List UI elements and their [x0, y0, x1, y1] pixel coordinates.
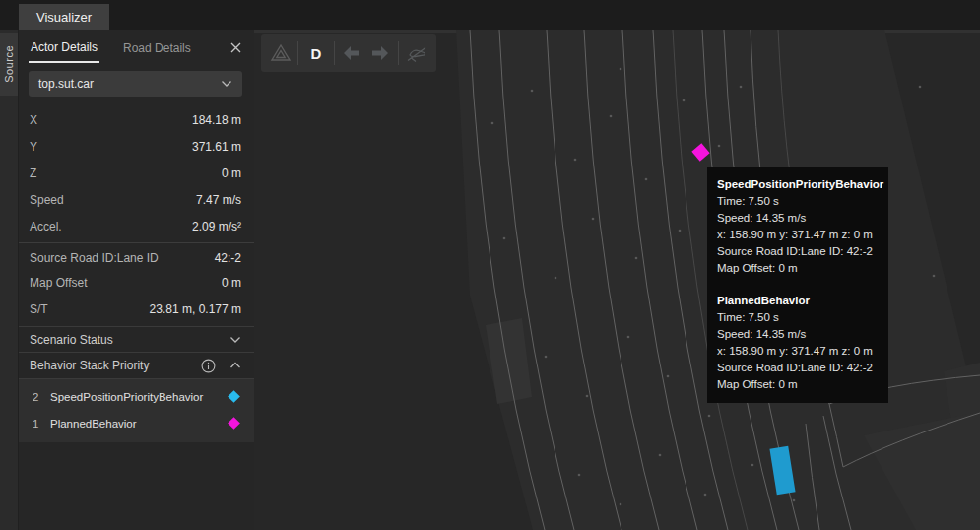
section-behavior-stack-label: Behavior Stack Priority: [30, 359, 149, 372]
step-back-button[interactable]: [340, 40, 362, 66]
row-accel-label: Accel.: [30, 220, 62, 233]
tooltip-title: SpeedPositionPriorityBehavior: [717, 176, 879, 193]
tab-road-details-label: Road Details: [123, 41, 191, 55]
arrow-right-icon: [370, 45, 390, 61]
close-panel-button[interactable]: [227, 38, 244, 56]
map-view[interactable]: D SpeedPositionPriorityBehavior: [254, 30, 980, 530]
arrow-left-icon: [342, 45, 361, 61]
behavior-name: SpeedPositionPriorityBehavior: [50, 391, 203, 403]
row-y-label: Y: [30, 140, 37, 154]
step-forward-button[interactable]: [369, 40, 392, 66]
close-icon: [230, 42, 241, 53]
behavior-stack-list: 2 SpeedPositionPriorityBehavior 1 Planne…: [19, 379, 254, 442]
info-icon[interactable]: [201, 359, 216, 373]
tooltip-line: Source Road ID:Lane ID: 42:-2: [717, 360, 879, 376]
debug-d-toggle[interactable]: D: [304, 40, 327, 66]
behavior-marker-cyan-diamond-icon: [228, 390, 240, 403]
contour-triangle-button[interactable]: [269, 40, 292, 66]
map-toolbar: D: [261, 34, 436, 72]
debug-d-label: D: [310, 45, 321, 62]
no-pan-button[interactable]: [405, 40, 428, 66]
row-z: Z 0 m: [19, 160, 254, 186]
tab-road-details[interactable]: Road Details: [121, 33, 193, 62]
chevron-down-icon: [221, 80, 232, 88]
tab-visualizer[interactable]: Visualizer: [19, 4, 109, 30]
tooltip-line: Time: 7.50 s: [717, 309, 879, 326]
section-scenario-status-label: Scenario Status: [30, 333, 113, 347]
row-road-lane-id-label: Source Road ID:Lane ID: [30, 251, 159, 265]
behavior-name: PlannedBehavior: [50, 418, 137, 430]
row-x-value: 184.18 m: [192, 113, 241, 127]
source-vertical-tab-label: Source: [3, 45, 15, 83]
row-st-label: S/T: [30, 302, 48, 316]
actor-details-panel: Actor Details Road Details top.sut.car X…: [18, 30, 254, 530]
row-y: Y 371.61 m: [19, 133, 254, 160]
row-z-label: Z: [30, 166, 36, 180]
actor-select-dropdown[interactable]: top.sut.car: [29, 71, 242, 97]
toolbar-divider: [334, 41, 335, 65]
row-map-offset-label: Map Offset: [30, 276, 87, 290]
left-rail: Source: [0, 30, 18, 530]
chevron-down-icon[interactable]: [229, 336, 241, 344]
row-road-lane-id-value: 42:-2: [215, 251, 241, 265]
tooltip-line: Speed: 14.35 m/s: [717, 210, 879, 227]
row-x: X 184.18 m: [19, 106, 254, 133]
row-x-label: X: [30, 113, 37, 127]
tooltip-line: Source Road ID:Lane ID: 42:-2: [717, 243, 879, 260]
toolbar-divider: [297, 41, 298, 65]
tooltip-line: x: 158.90 m y: 371.47 m z: 0 m: [717, 227, 879, 243]
behavior-tooltip: SpeedPositionPriorityBehavior Time: 7.50…: [707, 167, 888, 403]
behavior-marker-magenta-diamond-icon: [228, 417, 240, 430]
tooltip-line: Time: 7.50 s: [717, 193, 879, 210]
row-accel: Accel. 2.09 m/s²: [19, 213, 254, 239]
chevron-up-icon[interactable]: [229, 362, 241, 369]
tooltip-line: Speed: 14.35 m/s: [717, 326, 879, 343]
top-bar: Visualizer: [0, 0, 980, 30]
behavior-row-planned[interactable]: 1 PlannedBehavior: [19, 410, 254, 436]
tab-actor-details-label: Actor Details: [31, 40, 98, 54]
tooltip-line: Map Offset: 0 m: [717, 376, 879, 393]
row-z-value: 0 m: [222, 166, 241, 180]
contour-triangle-icon: [270, 43, 292, 63]
row-speed-value: 7.47 m/s: [196, 193, 241, 207]
section-scenario-status[interactable]: Scenario Status: [19, 326, 254, 352]
tooltip-line: x: 158.90 m y: 371.47 m z: 0 m: [717, 343, 879, 360]
panel-tab-bar: Actor Details Road Details: [19, 30, 254, 65]
row-y-value: 371.61 m: [192, 140, 241, 154]
tooltip-block-planned: PlannedBehavior Time: 7.50 s Speed: 14.3…: [717, 293, 879, 393]
row-st-value: 23.81 m, 0.177 m: [150, 302, 241, 316]
row-road-lane-id: Source Road ID:Lane ID 42:-2: [19, 242, 254, 269]
behavior-priority: 2: [33, 391, 50, 403]
tooltip-block-speed-position: SpeedPositionPriorityBehavior Time: 7.50…: [717, 176, 879, 277]
tab-actor-details[interactable]: Actor Details: [29, 32, 99, 63]
toolbar-divider: [398, 41, 399, 65]
row-accel-value: 2.09 m/s²: [192, 220, 241, 233]
tooltip-line: Map Offset: 0 m: [717, 260, 879, 277]
row-speed: Speed 7.47 m/s: [19, 186, 254, 213]
tooltip-title: PlannedBehavior: [717, 293, 879, 309]
row-speed-label: Speed: [30, 193, 64, 207]
behavior-row-speed-position[interactable]: 2 SpeedPositionPriorityBehavior: [19, 383, 254, 410]
tab-visualizer-label: Visualizer: [36, 10, 92, 25]
no-pan-hand-icon: [405, 43, 428, 63]
actor-select-value: top.sut.car: [38, 77, 94, 91]
row-st: S/T 23.81 m, 0.177 m: [19, 296, 254, 322]
row-map-offset-value: 0 m: [222, 276, 241, 290]
section-behavior-stack[interactable]: Behavior Stack Priority: [19, 352, 254, 379]
behavior-priority: 1: [33, 418, 50, 430]
source-vertical-tab[interactable]: Source: [0, 33, 18, 96]
row-map-offset: Map Offset 0 m: [19, 269, 254, 296]
